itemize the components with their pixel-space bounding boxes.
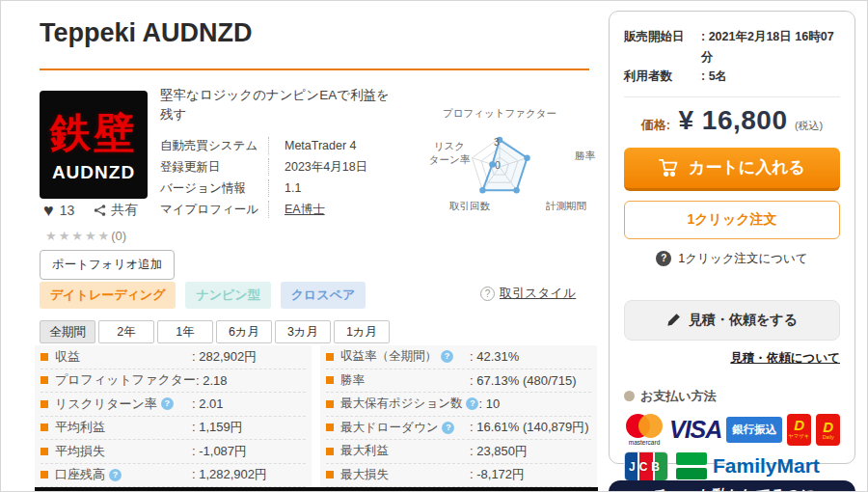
stat-row-profit-factor: プロフィットファクター : 2.18 [41,369,306,394]
purchase-panel: 販売開始日 : 2021年2月18日 16時07分 利用者数 : 5名 価格: … [609,11,855,464]
help-icon[interactable]: ? [161,397,174,410]
share-icon [94,204,107,217]
payment-methods-label: お支払い方法 [624,388,840,405]
help-icon[interactable]: ? [442,422,454,434]
stat-row-return-rate: 収益率（全期間）? : 42.31% [326,345,591,369]
quote-about-link[interactable]: 見積・依頼について [730,351,840,365]
title-underline [40,68,589,70]
tab-1m[interactable]: 1カ月 [334,320,390,343]
question-icon[interactable]: ? [480,287,495,301]
question-icon: ? [656,251,671,266]
page-title: Teppeki AUDNZD [40,18,253,48]
familymart-logo: FamilyMart [676,452,820,479]
seller-profile-link[interactable]: EA博士 [285,203,325,216]
tab-6m[interactable]: 6カ月 [216,320,272,343]
product-description: 堅牢なロジックのナンピンEAで利益を残す [160,86,393,125]
tags-row: デイトレーディング ナンピン型 クロスペア [40,282,366,309]
quote-request-button[interactable]: 見積・依頼をする [624,300,840,341]
bullet-icon [326,376,334,384]
radar-axis-win-rate: 勝率 [575,150,595,163]
stat-row-balance: 口座残高? : 1,282,902円 [41,464,306,488]
share-label: 共有 [111,202,138,219]
promo-banner-text: チャート動かしてるのに [651,486,813,492]
like-count: 13 [60,203,75,218]
stat-row-max-profit: 最大利益 : 23,850円 [326,440,591,464]
bullet-icon [326,353,334,361]
tag-cross-pair[interactable]: クロスペア [281,282,366,309]
radar-axis-trades: 取引回数 [449,200,490,213]
help-icon[interactable]: ? [466,397,478,410]
info-row-system: 自動売買システム MetaTrader 4 [160,135,403,156]
tab-1y[interactable]: 1年 [157,320,213,343]
star-rating: ★★★★★(0) [45,229,126,243]
tag-day-trading[interactable]: デイトレーディング [40,282,176,309]
info-row-updated: 登録更新日 2023年4月18日 [160,156,403,178]
tag-nanpin[interactable]: ナンピン型 [185,282,270,309]
jcb-logo: JCB [624,451,668,481]
product-image: 鉄壁 AUDNZD [40,91,148,199]
product-image-title: 鉄壁 [50,106,137,160]
payment-logos-row2: JCB FamilyMart [624,451,840,481]
stat-row-max-loss: 最大損失 : -8,172円 [326,464,591,488]
add-to-cart-button[interactable]: カートに入れる [624,148,840,191]
promo-banner[interactable]: チャート動かしてるのに [609,480,855,492]
stars: ★★★★★ [45,229,111,243]
product-image-subtitle: AUDNZD [52,162,135,183]
radar-tick-outer: 3 [494,136,500,148]
mastercard-logo: mastercard [624,414,665,446]
stat-row-max-drawdown: 最大ドローダウン? : 16.61% (140,879円) [326,417,591,441]
price-tax-note: (税込) [795,120,823,131]
bullet-icon [41,471,48,478]
bullet-icon [41,448,48,455]
release-date-row: 販売開始日 : 2021年2月18日 16時07分 [624,27,840,67]
likes-row: ♥ 13 共有 [43,202,138,219]
price-row: 価格: ¥ 16,800 (税込) [624,105,840,136]
next-section-edge [35,487,598,492]
stat-row-profit: 収益 : 282,902円 [41,345,306,369]
help-icon[interactable]: ? [441,350,453,363]
one-click-about-link[interactable]: ? 1クリック注文について [624,251,840,267]
tab-2y[interactable]: 2年 [98,320,154,343]
period-tabs: 全期間 2年 1年 6カ月 3カ月 1カ月 [40,320,390,343]
payment-logos-row1: mastercard VISA 銀行振込 D ヤマザキ D Daily [624,413,840,446]
price-label: 価格: [641,118,670,132]
performance-radar-chart: プロフィットファクター 勝率 計測期間 取引回数 リスク ターン率 3 0 [420,105,599,219]
tab-all-period[interactable]: 全期間 [40,320,95,343]
product-info-table: 自動売買システム MetaTrader 4 登録更新日 2023年4月18日 バ… [160,135,403,220]
stat-row-avg-profit: 平均利益 : 1,159円 [41,417,306,441]
daily-logo: D Daily [816,414,840,446]
help-icon[interactable]: ? [109,469,122,481]
radar-axis-profit-factor: プロフィットファクター [420,107,579,121]
price-value: ¥ 16,800 [679,105,788,135]
divider [624,96,840,97]
tab-3m[interactable]: 3カ月 [275,320,331,343]
bullet-icon [326,448,334,455]
one-click-order-button[interactable]: 1クリック注文 [624,201,840,239]
quote-about-row: 見積・依頼について [624,350,840,367]
visa-logo: VISA [669,413,721,446]
trade-style-link[interactable]: 取引スタイル [500,285,576,302]
stat-row-max-positions: 最大保有ポジション数? : 10 [326,393,591,417]
heart-icon[interactable]: ♥ [43,202,54,219]
review-count: (0) [111,229,126,243]
add-portfolio-button[interactable]: ポートフォリオ追加 [40,250,175,280]
bullet-icon [41,353,48,361]
bullet-dot-icon [624,391,635,401]
radar-axis-risk-return: リスク ターン率 [420,140,478,167]
stats-right-column: 収益率（全期間）? : 42.31% 勝率 : 67.13% (480/715)… [320,345,597,487]
daily-yamazaki-logo: D ヤマザキ [787,414,811,446]
stat-row-win-rate: 勝率 : 67.13% (480/715) [326,369,591,394]
stat-row-risk-return: リスクリターン率? : 2.01 [41,393,306,417]
bullet-icon [326,400,334,408]
pen-icon [666,313,681,327]
user-count-row: 利用者数 : 5名 [624,67,840,87]
info-row-version: バージョン情報 1.1 [160,178,403,199]
bullet-icon [326,471,334,478]
info-row-profile: マイプロフィール EA博士 [160,199,403,220]
bullet-icon [41,400,48,408]
stats-left-column: 収益 : 282,902円 プロフィットファクター : 2.18 リスクリターン… [35,345,312,487]
share-button[interactable]: 共有 [94,202,138,219]
radar-axis-period: 計測期間 [546,200,586,213]
trade-style-help: ? 取引スタイル [480,285,576,302]
bullet-icon [326,424,334,431]
